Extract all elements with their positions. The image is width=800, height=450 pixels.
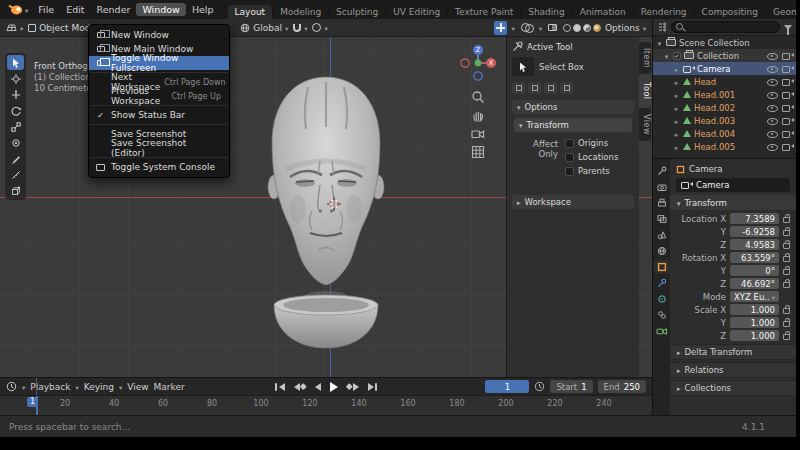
tab-render-properties[interactable] — [654, 180, 670, 194]
editor-type-button[interactable] — [6, 22, 23, 33]
disclosure-triangle[interactable] — [673, 90, 680, 100]
location-y-field[interactable]: -6.9258 — [730, 226, 779, 237]
shading-material-button[interactable] — [583, 24, 591, 32]
outliner-row-head-005[interactable]: Head.005 — [653, 140, 796, 153]
parents-checkbox-row[interactable]: Parents — [565, 166, 618, 176]
shading-wireframe-button[interactable] — [563, 24, 571, 32]
menu-item-save-screenshot-editor[interactable]: Save Screenshot (Editor) — [89, 141, 229, 155]
lock-icon[interactable] — [783, 334, 790, 340]
select-mode-extend-button[interactable] — [528, 82, 542, 94]
hide-viewport-icon[interactable] — [767, 77, 778, 86]
tab-rendering[interactable]: Rendering — [634, 5, 695, 19]
rotation-z-field[interactable]: 46.692° — [730, 278, 779, 289]
disable-render-icon[interactable] — [782, 117, 793, 125]
tab-view[interactable]: View — [639, 108, 651, 141]
location-z-field[interactable]: 4.9583 — [730, 239, 779, 250]
blender-logo-menu[interactable] — [4, 4, 32, 15]
options-dropdown-button[interactable]: Options — [605, 23, 646, 33]
jump-to-end-button[interactable] — [365, 381, 381, 393]
tab-object-properties[interactable] — [654, 260, 670, 274]
tab-physics-properties[interactable] — [654, 292, 670, 306]
pan-hand-icon[interactable] — [471, 109, 485, 123]
object-name-field[interactable]: Camera — [676, 178, 790, 192]
outliner-row-head-001[interactable]: Head.001 — [653, 88, 796, 101]
lock-icon[interactable] — [783, 282, 790, 288]
lock-icon[interactable] — [783, 321, 790, 327]
lock-icon[interactable] — [783, 230, 790, 236]
hide-viewport-icon[interactable] — [767, 90, 778, 99]
lock-icon[interactable] — [783, 269, 790, 275]
tool-measure-button[interactable] — [7, 167, 24, 182]
tab-world-properties[interactable] — [654, 244, 670, 258]
tool-add-primitive-button[interactable] — [7, 183, 24, 198]
tool-rotate-button[interactable] — [7, 103, 24, 118]
tab-modeling[interactable]: Modeling — [273, 5, 329, 19]
menu-render[interactable]: Render — [91, 3, 137, 16]
tab-layout[interactable]: Layout — [228, 5, 274, 19]
outliner-search-input[interactable] — [688, 22, 776, 32]
select-mode-set-button[interactable] — [512, 82, 526, 94]
relations-panel-header[interactable]: Relations — [670, 362, 796, 378]
outliner-row-camera[interactable]: Camera — [653, 62, 796, 75]
menu-edit[interactable]: Edit — [60, 3, 90, 16]
disable-render-icon[interactable] — [782, 52, 793, 60]
timeline-ruler[interactable]: 20 40 60 80 100 120 140 160 180 200 220 … — [0, 395, 652, 415]
tab-animation[interactable]: Animation — [573, 5, 634, 19]
select-mode-invert-button[interactable] — [560, 82, 574, 94]
outliner-editor-icon[interactable] — [657, 22, 667, 32]
collection-checkbox[interactable] — [673, 52, 681, 60]
menu-marker[interactable]: Marker — [154, 382, 185, 392]
grid-ortho-icon[interactable] — [471, 145, 485, 159]
tool-transform-button[interactable] — [7, 135, 24, 150]
tab-compositing[interactable]: Compositing — [695, 5, 766, 19]
transform-orientation-dropdown[interactable]: Global — [240, 23, 288, 33]
navigation-axis-gizmo[interactable]: Z X — [456, 41, 500, 85]
hide-viewport-icon[interactable] — [767, 51, 778, 60]
gizmo-toggle-button[interactable] — [494, 21, 507, 35]
chevron-down-icon[interactable] — [22, 382, 25, 392]
menu-item-previous-workspace[interactable]: Previous WorkspaceCtrl Page Up — [89, 89, 229, 103]
rotation-mode-dropdown[interactable]: XYZ Eu.. — [730, 291, 779, 302]
tab-modifier-properties[interactable] — [654, 276, 670, 290]
disclosure-triangle[interactable] — [673, 64, 680, 74]
prev-keyframe-button[interactable] — [291, 381, 309, 393]
scale-y-field[interactable]: 1.000 — [730, 317, 779, 328]
menu-item-show-status-bar[interactable]: Show Status Bar — [89, 108, 229, 122]
tool-annotate-button[interactable] — [7, 151, 24, 166]
outliner-row-collection[interactable]: Collection — [653, 49, 796, 62]
disable-render-icon[interactable] — [782, 130, 793, 138]
disclosure-triangle[interactable] — [673, 116, 680, 126]
checkbox[interactable] — [565, 153, 574, 162]
tool-move-button[interactable] — [7, 87, 24, 102]
location-x-field[interactable]: 7.3589 — [730, 213, 779, 224]
locations-checkbox-row[interactable]: Locations — [565, 152, 618, 162]
lock-icon[interactable] — [783, 256, 790, 262]
lock-icon[interactable] — [783, 243, 790, 249]
menu-item-toggle-window-fullscreen[interactable]: Toggle Window Fullscreen — [89, 56, 229, 70]
scale-x-field[interactable]: 1.000 — [730, 304, 779, 315]
rotation-y-field[interactable]: 0° — [730, 265, 779, 276]
menu-file[interactable]: File — [32, 3, 60, 16]
chevron-down-icon[interactable] — [539, 23, 542, 33]
outliner-row-head-002[interactable]: Head.002 — [653, 101, 796, 114]
hide-viewport-icon[interactable] — [767, 142, 778, 151]
menu-keying[interactable]: Keying — [84, 382, 114, 392]
tool-scale-button[interactable] — [7, 119, 24, 134]
scale-z-field[interactable]: 1.000 — [730, 330, 779, 341]
lock-icon[interactable] — [783, 308, 790, 314]
timeline-editor-icon[interactable] — [6, 381, 17, 392]
rotation-x-field[interactable]: 63.559° — [730, 252, 779, 263]
tab-item[interactable]: Item — [639, 42, 651, 74]
origins-checkbox-row[interactable]: Origins — [565, 138, 618, 148]
lock-icon[interactable] — [783, 217, 790, 223]
tab-viewlayer-properties[interactable] — [654, 212, 670, 226]
menu-help[interactable]: Help — [186, 3, 220, 16]
play-reverse-button[interactable] — [312, 381, 324, 393]
current-frame-field[interactable]: 1 — [485, 380, 529, 393]
disable-render-icon[interactable] — [782, 65, 793, 73]
disclosure-triangle[interactable] — [673, 142, 680, 152]
workspace-panel-header[interactable]: Workspace — [512, 195, 634, 209]
tab-uv-editing[interactable]: UV Editing — [386, 5, 448, 19]
sculpted-head-model[interactable] — [246, 69, 406, 363]
menu-item-toggle-system-console[interactable]: Toggle System Console — [89, 160, 229, 174]
